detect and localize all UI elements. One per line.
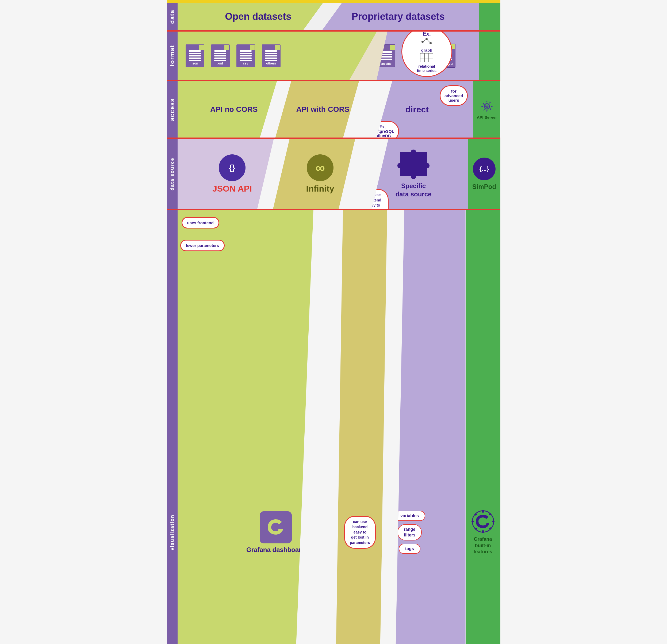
format-xml-file: xml bbox=[211, 44, 230, 67]
badge-variables: variables bbox=[394, 511, 425, 521]
datasource-content: {} JSON API ∞ Infinity Specific data sou… bbox=[178, 139, 500, 209]
side-label-data: data bbox=[167, 3, 178, 30]
grafana-logo-svg bbox=[264, 515, 288, 540]
svg-line-3 bbox=[423, 39, 426, 42]
svg-rect-20 bbox=[489, 513, 491, 516]
svg-rect-21 bbox=[474, 527, 477, 530]
viz-fewer-bubble: fewer parameters bbox=[180, 240, 225, 251]
viz-canuse-bubble: can use backend easy to get lost in para… bbox=[344, 516, 376, 549]
ds-infinity-area: ∞ Infinity bbox=[265, 139, 375, 209]
svg-text:+: + bbox=[486, 104, 488, 108]
infinity-icon: ∞ bbox=[307, 155, 334, 181]
format-csv-file: csv bbox=[237, 44, 255, 67]
viz-grafana-area: uses frontend fewer parameters good for … bbox=[178, 210, 347, 644]
row-data: data Open datasets Proprietary datasets bbox=[167, 3, 500, 30]
svg-rect-5 bbox=[420, 53, 433, 62]
format-proprietary-area: specific Ex, graph bbox=[371, 32, 479, 80]
gear-icon: + bbox=[479, 99, 494, 114]
viz-green-corner: Grafana built-in features bbox=[466, 210, 500, 644]
format-json-file: json bbox=[185, 44, 204, 67]
svg-line-4 bbox=[426, 39, 430, 43]
side-label-access: access bbox=[167, 81, 178, 138]
grafana-icon bbox=[260, 511, 292, 543]
grafana-features-label: Grafana built-in features bbox=[473, 536, 492, 555]
grafana-label: Grafana dashboard bbox=[246, 546, 305, 553]
format-open-area: json xml bbox=[178, 32, 388, 80]
side-label-format: format bbox=[167, 32, 178, 80]
viz-extra-area: extra variables range filters tags bbox=[380, 210, 466, 644]
diagram: data Open datasets Proprietary datasets … bbox=[167, 0, 500, 644]
access-with-cors: API with CORS bbox=[266, 81, 379, 138]
svg-rect-22 bbox=[489, 527, 491, 530]
svg-rect-18 bbox=[492, 521, 494, 522]
simpod-icon: {...} bbox=[473, 158, 495, 180]
format-specific-file: specific bbox=[377, 44, 395, 67]
svg-rect-19 bbox=[474, 513, 477, 516]
ds-simpod-area: {...} SimPod bbox=[468, 139, 500, 209]
proprietary-datasets-label: Proprietary datasets bbox=[352, 11, 445, 22]
access-no-cors: API no CORS bbox=[178, 81, 290, 138]
extra-badges: variables range filters tags bbox=[389, 505, 430, 560]
svg-rect-17 bbox=[472, 521, 474, 522]
format-ex-bubble: Ex, graph bbox=[402, 26, 452, 77]
access-no-cors-label: API no CORS bbox=[210, 105, 258, 114]
specific-ds-label: Specific data source bbox=[395, 182, 432, 198]
top-yellow-band bbox=[167, 0, 500, 3]
ds-specific-area: Specific data source can use backend eas… bbox=[359, 139, 468, 209]
badge-tags: tags bbox=[399, 544, 420, 554]
badge-range-filters: range filters bbox=[397, 524, 422, 541]
access-direct-label: direct bbox=[405, 104, 429, 114]
row-format: format json bbox=[167, 32, 500, 80]
simpod-label: SimPod bbox=[472, 183, 496, 191]
grafana-builtin-icon bbox=[471, 510, 495, 533]
table-icon bbox=[420, 53, 433, 62]
data-green-corner bbox=[479, 3, 500, 30]
viz-uses-bubble: uses frontend bbox=[182, 217, 219, 228]
puzzle-icon bbox=[397, 149, 429, 179]
row-datasource: data source {} JSON API ∞ Infinity bbox=[167, 139, 500, 209]
viz-content: uses frontend fewer parameters good for … bbox=[178, 210, 500, 644]
side-label-visualization: visualization bbox=[167, 210, 178, 644]
ds-json-area: {} JSON API bbox=[178, 139, 287, 209]
format-others-file: others bbox=[262, 44, 280, 67]
data-content: Open datasets Proprietary datasets bbox=[178, 3, 500, 30]
svg-rect-15 bbox=[482, 510, 484, 513]
row-access: access API no CORS API with CORS direct … bbox=[167, 81, 500, 138]
access-content: API no CORS API with CORS direct Ex, Pos… bbox=[178, 81, 500, 138]
api-server-label: API Server bbox=[477, 115, 497, 120]
svg-rect-16 bbox=[482, 530, 484, 533]
side-label-datasource: data source bbox=[167, 139, 178, 209]
viz-middle-area: can use backend easy to get lost in para… bbox=[326, 210, 394, 644]
grafana-icon-group: Grafana dashboard bbox=[246, 511, 305, 553]
graph-icon bbox=[421, 38, 432, 46]
access-advanced-bubble: for advanced users bbox=[440, 85, 468, 106]
access-with-cors-label: API with CORS bbox=[296, 105, 349, 114]
json-api-label: JSON API bbox=[212, 184, 252, 194]
row-visualization: visualization uses frontend fewer parame… bbox=[167, 210, 500, 644]
infinity-label: Infinity bbox=[306, 184, 334, 194]
json-api-icon: {} bbox=[219, 155, 245, 181]
access-direct: direct Ex, PostgreSQL influxDB for advan… bbox=[360, 81, 473, 138]
access-green-corner: + API Server bbox=[473, 81, 500, 138]
format-green-corner bbox=[479, 32, 500, 80]
open-datasets-label: Open datasets bbox=[225, 11, 291, 22]
